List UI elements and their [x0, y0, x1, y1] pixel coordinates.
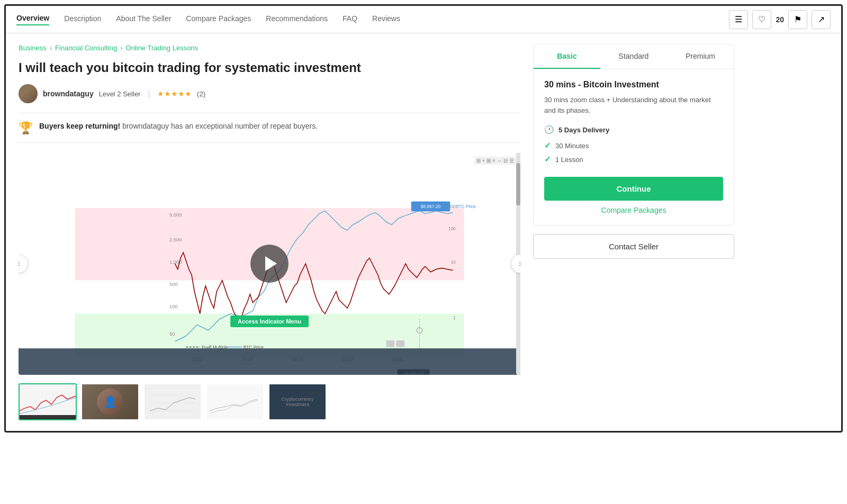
review-count: (2)	[197, 90, 205, 98]
nav-icon-group: ☰ ♡ 20 ⚑ ↗	[729, 10, 831, 29]
tab-standard[interactable]: Standard	[600, 44, 667, 69]
hamburger-icon: ☰	[735, 14, 742, 24]
nav-reviews[interactable]: Reviews	[372, 14, 400, 25]
right-column: Basic Standard Premium 30 mins - Bitcoin…	[533, 44, 734, 420]
package-tabs: Basic Standard Premium	[534, 44, 734, 69]
feature-row-1: ✓ 30 Minutes	[544, 141, 723, 150]
thumbnail-2[interactable]: 👤	[81, 383, 139, 420]
delivery-text: 5 Days Delivery	[558, 126, 609, 134]
check-icon-2: ✓	[544, 155, 551, 164]
nav-recommendations[interactable]: Recommendations	[266, 14, 328, 25]
image-slider: 5,000 2,500 1,000 500 100 50 300 100 10 …	[19, 152, 520, 375]
package-description: 30 mins zoom class + Understanding about…	[544, 95, 723, 115]
breadcrumb-financial[interactable]: Financial Consulting	[55, 44, 117, 52]
thumb-crypto: CryptocurrencyInvestment	[269, 384, 326, 419]
left-column: Business › Financial Consulting › Online…	[19, 44, 520, 420]
like-count: 20	[776, 15, 784, 24]
svg-rect-34	[20, 415, 76, 419]
star-rating: ★★★★★	[157, 89, 192, 98]
thumbnail-3[interactable]	[143, 383, 202, 420]
nav-about-seller[interactable]: About The Seller	[116, 14, 171, 25]
breadcrumb-trading[interactable]: Online Trading Lessons	[126, 44, 199, 52]
thumbnail-strip: 👤	[19, 383, 520, 420]
thumb-chart-3	[145, 384, 201, 419]
seller-divider: |	[148, 89, 150, 98]
heart-icon-button[interactable]: ♡	[752, 10, 771, 29]
repeat-buyers-banner: 🏆 Buyers keep returning! browndataguy ha…	[19, 113, 520, 143]
contact-seller-button[interactable]: Contact Seller	[533, 234, 734, 259]
breadcrumb-sep-1: ›	[50, 44, 52, 52]
nav-description[interactable]: Description	[64, 14, 101, 25]
svg-text:100: 100	[169, 303, 178, 309]
avatar-image	[19, 84, 38, 103]
feature-text-1: 30 Minutes	[555, 142, 589, 150]
thumbnail-4[interactable]	[206, 383, 264, 420]
nav-overview[interactable]: Overview	[16, 14, 49, 25]
feature-row-2: ✓ 1 Lesson	[544, 155, 723, 164]
menu-icon-button[interactable]: ☰	[729, 10, 748, 29]
play-triangle-icon	[265, 256, 277, 271]
seller-info: browndataguy Level 2 Seller | ★★★★★ (2)	[19, 84, 520, 103]
svg-text:50: 50	[169, 331, 175, 337]
package-body: 30 mins - Bitcoin Investment 30 mins zoo…	[534, 69, 734, 225]
trophy-icon: 🏆	[19, 121, 33, 135]
nav-links: Overview Description About The Seller Co…	[16, 14, 400, 25]
continue-button[interactable]: Continue	[544, 177, 723, 201]
breadcrumb: Business › Financial Consulting › Online…	[19, 44, 520, 52]
svg-rect-35	[145, 384, 201, 419]
gig-title: I will teach you bitcoin trading for sys…	[19, 59, 520, 76]
flag-icon-button[interactable]: ⚑	[788, 10, 807, 29]
thumb-chart-1	[20, 384, 76, 419]
share-icon: ↗	[818, 14, 825, 24]
dark-bottom-bar	[19, 348, 520, 375]
tab-premium[interactable]: Premium	[667, 44, 734, 69]
top-navigation: Overview Description About The Seller Co…	[6, 6, 841, 33]
breadcrumb-sep-2: ›	[120, 44, 122, 52]
svg-text:5,000: 5,000	[169, 212, 182, 218]
svg-text:10: 10	[450, 259, 456, 265]
package-card: Basic Standard Premium 30 mins - Bitcoin…	[533, 44, 734, 226]
svg-text:2,500: 2,500	[169, 237, 182, 242]
compare-packages-link[interactable]: Compare Packages	[544, 206, 723, 214]
main-content: Business › Financial Consulting › Online…	[6, 33, 747, 431]
seller-level: Level 2 Seller	[99, 90, 141, 98]
thumbnail-1[interactable]	[19, 383, 77, 420]
scrollbar-thumb	[516, 163, 520, 205]
breadcrumb-business[interactable]: Business	[19, 44, 47, 52]
heart-icon: ♡	[758, 14, 765, 24]
indicator-bar: Access Indicator Menu	[230, 316, 309, 327]
play-button[interactable]	[250, 245, 289, 283]
seller-name[interactable]: browndataguy	[43, 89, 94, 98]
nav-compare-packages[interactable]: Compare Packages	[186, 14, 251, 25]
thumbnail-5[interactable]: CryptocurrencyInvestment	[268, 383, 327, 420]
tab-basic[interactable]: Basic	[534, 44, 600, 69]
package-title: 30 mins - Bitcoin Investment	[544, 80, 723, 89]
svg-text:1: 1	[453, 315, 456, 320]
thumb-chart-4	[207, 384, 263, 419]
svg-text:100: 100	[448, 226, 456, 231]
seller-avatar	[19, 84, 38, 103]
svg-rect-39	[207, 384, 263, 419]
svg-text:BTC Price: BTC Price	[456, 204, 476, 209]
thumb-person-1: 👤	[82, 384, 138, 419]
clock-icon: 🕐	[544, 125, 554, 134]
flag-icon: ⚑	[794, 14, 801, 24]
delivery-row: 🕐 5 Days Delivery	[544, 125, 723, 134]
slider-main-area: 5,000 2,500 1,000 500 100 50 300 100 10 …	[19, 152, 520, 375]
svg-rect-30	[396, 340, 404, 347]
svg-text:$8,867.20: $8,867.20	[421, 204, 441, 209]
share-icon-button[interactable]: ↗	[812, 10, 831, 29]
svg-rect-29	[386, 340, 395, 347]
chart-toolbar: ⊞ + ⊠ × ↔ ⊟ ☰	[474, 157, 516, 165]
repeat-buyers-text: Buyers keep returning! browndataguy has …	[39, 121, 318, 132]
svg-text:500: 500	[169, 281, 178, 287]
nav-faq[interactable]: FAQ	[343, 14, 357, 25]
check-icon-1: ✓	[544, 141, 551, 150]
indicator-btn[interactable]: Access Indicator Menu	[230, 316, 309, 327]
feature-text-2: 1 Lesson	[555, 156, 583, 164]
toolbar-controls: ⊞ + ⊠ × ↔ ⊟ ☰	[474, 157, 516, 165]
